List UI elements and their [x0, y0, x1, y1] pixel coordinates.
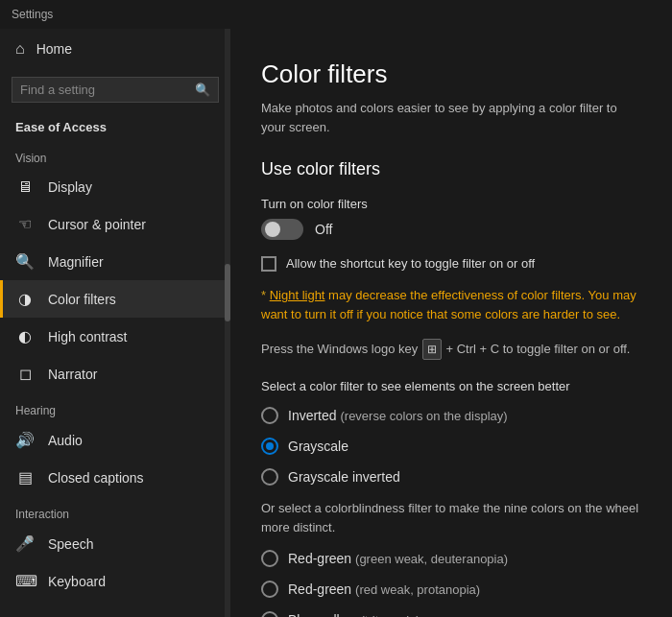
sidebar-item-closed-captions[interactable]: ▤ Closed captions [0, 459, 230, 496]
sidebar-item-label-closed-captions: Closed captions [48, 470, 144, 486]
shortcut-prefix: Press the Windows logo key [261, 342, 421, 356]
section-title: Use color filters [261, 159, 641, 179]
radio-grayscale-inverted[interactable]: Grayscale inverted [261, 468, 641, 486]
radio-label-grayscale-inverted: Grayscale inverted [288, 469, 400, 485]
sidebar-item-label-audio: Audio [48, 433, 83, 448]
radio-bold-blue-yellow: Blue-yellow [288, 612, 357, 617]
scrollbar-thumb[interactable] [225, 264, 230, 321]
closed-captions-icon: ▤ [15, 468, 35, 486]
night-light-link[interactable]: Night light [270, 288, 325, 302]
sidebar-item-keyboard[interactable]: ⌨ Keyboard [0, 562, 230, 600]
cursor-pointer-icon: ☜ [15, 215, 35, 233]
shortcut-checkbox-row: Allow the shortcut key to toggle filter … [261, 255, 641, 273]
radio-label-blue-yellow: Blue-yellow (tritanopia) [288, 612, 420, 617]
radio-bold-grayscale-inverted: Grayscale inverted [288, 469, 400, 485]
narrator-icon: ◻ [15, 365, 35, 383]
sidebar-item-label-cursor: Cursor & pointer [48, 217, 146, 232]
sidebar-item-label-speech: Speech [48, 536, 93, 552]
sidebar-item-display[interactable]: 🖥 Display [0, 169, 230, 205]
radio-bold-grayscale: Grayscale [288, 439, 348, 454]
speech-icon: 🎤 [15, 534, 35, 553]
sidebar-item-home[interactable]: ⌂ Home [0, 29, 230, 69]
search-input[interactable] [20, 83, 195, 97]
sidebar-item-label-magnifier: Magnifier [48, 254, 104, 270]
radio-sub-red-green-weak2: (red weak, protanopia) [355, 582, 480, 597]
sidebar-item-audio[interactable]: 🔊 Audio [0, 421, 230, 459]
radio-circle-grayscale-inverted[interactable] [261, 468, 278, 486]
section-label-hearing: Hearing [0, 392, 230, 421]
select-label: Select a color filter to see elements on… [261, 379, 641, 393]
radio-label-grayscale: Grayscale [288, 439, 348, 454]
radio-circle-blue-yellow[interactable] [261, 611, 278, 617]
sidebar-item-label-high-contrast: High contrast [48, 329, 127, 344]
radio-circle-inverted[interactable] [261, 407, 278, 424]
display-icon: 🖥 [15, 178, 35, 196]
colorblind-label: Or select a colorblindness filter to mak… [261, 499, 641, 536]
radio-sub-inverted: (reverse colors on the display) [340, 409, 507, 423]
toggle-label: Turn on color filters [261, 197, 641, 211]
windows-key-badge: ⊞ [422, 339, 442, 360]
toggle-row: Off [261, 219, 641, 240]
sidebar: ⌂ Home 🔍 Ease of Access Vision 🖥 Display… [0, 29, 230, 617]
sidebar-item-label-display: Display [48, 179, 92, 195]
section-label-vision: Vision [0, 140, 230, 169]
radio-bold-red-green-weak2: Red-green [288, 581, 351, 597]
sidebar-item-label-narrator: Narrator [48, 367, 97, 382]
radio-inner-grayscale [266, 442, 274, 450]
audio-icon: 🔊 [15, 431, 35, 449]
page-description: Make photos and colors easier to see by … [261, 99, 641, 136]
shortcut-middle: + Ctrl + C to toggle filter on or off. [443, 342, 631, 356]
search-icon: 🔍 [195, 83, 210, 97]
sidebar-item-label-keyboard: Keyboard [48, 574, 106, 589]
sidebar-item-high-contrast[interactable]: ◐ High contrast [0, 318, 230, 355]
shortcut-checkbox[interactable] [261, 256, 276, 272]
radio-circle-grayscale[interactable] [261, 438, 278, 455]
high-contrast-icon: ◐ [15, 327, 35, 345]
radio-label-inverted: Inverted (reverse colors on the display) [288, 408, 508, 423]
sidebar-item-label-color-filters: Color filters [48, 292, 116, 307]
sidebar-item-color-filters[interactable]: ◑ Color filters [0, 280, 230, 318]
section-label-interaction: Interaction [0, 496, 230, 525]
toggle-thumb [265, 222, 280, 237]
sidebar-home-label: Home [36, 41, 72, 57]
shortcut-checkbox-label: Allow the shortcut key to toggle filter … [286, 255, 535, 273]
search-box[interactable]: 🔍 [12, 77, 219, 103]
color-filter-toggle[interactable] [261, 219, 303, 240]
radio-grayscale[interactable]: Grayscale [261, 438, 641, 455]
title-bar: Settings [0, 0, 672, 29]
main-layout: ⌂ Home 🔍 Ease of Access Vision 🖥 Display… [0, 29, 672, 617]
warning-text: * Night light may decrease the effective… [261, 286, 641, 323]
radio-red-green-weak2[interactable]: Red-green (red weak, protanopia) [261, 581, 641, 598]
home-icon: ⌂ [15, 40, 25, 58]
radio-bold-red-green-weak: Red-green [288, 551, 351, 566]
radio-sub-red-green-weak: (green weak, deuteranopia) [355, 552, 508, 566]
sidebar-item-speech[interactable]: 🎤 Speech [0, 525, 230, 562]
toggle-state-label: Off [315, 222, 332, 237]
radio-inverted[interactable]: Inverted (reverse colors on the display) [261, 407, 641, 424]
radio-blue-yellow[interactable]: Blue-yellow (tritanopia) [261, 611, 641, 617]
radio-label-red-green-weak: Red-green (green weak, deuteranopia) [288, 551, 508, 566]
scrollbar-track[interactable] [225, 29, 230, 617]
sidebar-item-magnifier[interactable]: 🔍 Magnifier [0, 243, 230, 280]
shortcut-text: Press the Windows logo key ⊞ + Ctrl + C … [261, 339, 641, 360]
radio-circle-red-green-weak[interactable] [261, 550, 278, 567]
sidebar-item-narrator[interactable]: ◻ Narrator [0, 355, 230, 392]
radio-circle-red-green-weak2[interactable] [261, 581, 278, 598]
magnifier-icon: 🔍 [15, 252, 35, 271]
content-area: Color filters Make photos and colors eas… [230, 29, 672, 617]
breadcrumb: Ease of Access [0, 110, 230, 140]
color-filters-icon: ◑ [15, 290, 35, 308]
title-bar-label: Settings [12, 8, 53, 21]
radio-bold-inverted: Inverted [288, 408, 337, 423]
radio-sub-blue-yellow: (tritanopia) [360, 613, 420, 617]
keyboard-icon: ⌨ [15, 572, 35, 590]
radio-label-red-green-weak2: Red-green (red weak, protanopia) [288, 581, 480, 597]
sidebar-item-cursor-pointer[interactable]: ☜ Cursor & pointer [0, 205, 230, 243]
page-title: Color filters [261, 59, 641, 89]
radio-red-green-weak[interactable]: Red-green (green weak, deuteranopia) [261, 550, 641, 567]
